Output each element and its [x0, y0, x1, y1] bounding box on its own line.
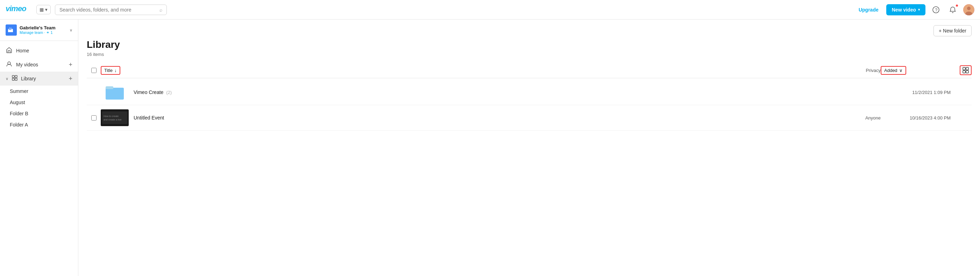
user-avatar[interactable] [963, 4, 974, 15]
sidebar-my-videos-label: My videos [16, 62, 65, 67]
svg-rect-9 [12, 76, 14, 78]
svg-rect-11 [12, 78, 14, 80]
team-info: Gabrielle's Team Manage team · ⚭ 1 [19, 25, 67, 35]
search-bar: ⌕ [55, 5, 167, 15]
svg-rect-15 [963, 71, 965, 73]
team-avatar: 🏔 [6, 24, 17, 36]
added-column-header: Added ∨ [881, 66, 951, 75]
main-content: + New folder Library 16 items Title ↓ [78, 19, 980, 276]
title-sort-icon: ↓ [115, 68, 117, 73]
svg-text:and create a live: and create a live [103, 119, 121, 121]
svg-rect-13 [963, 67, 965, 70]
home-icon [6, 47, 13, 54]
app-container: vimeo ▦ ▾ ⌕ Upgrade New video ▾ ? [0, 0, 980, 276]
team-name: Gabrielle's Team [19, 25, 67, 30]
video-filter-chevron: ▾ [45, 7, 48, 12]
sidebar-folder-b[interactable]: Folder B [0, 108, 78, 119]
grid-view-button[interactable] [960, 65, 972, 75]
sidebar-folder-summer[interactable]: Summer [0, 86, 78, 97]
upgrade-button[interactable]: Upgrade [855, 5, 882, 15]
help-button[interactable]: ? [930, 3, 942, 16]
row-title-vimeo-create[interactable]: Vimeo Create (2) [134, 89, 839, 95]
my-videos-plus-icon[interactable]: + [68, 61, 72, 68]
library-plus-icon[interactable]: + [68, 75, 72, 82]
video-filter-icon: ▦ [40, 7, 44, 12]
svg-text:🏔: 🏔 [8, 27, 13, 33]
privacy-col-label: Privacy [865, 68, 881, 73]
select-all-checkbox[interactable] [91, 68, 97, 73]
row-checkbox-cell-2 [87, 115, 101, 121]
row-added-vimeo-create: 11/2/2021 1:09 PM [881, 90, 951, 95]
sidebar: 🏔 Gabrielle's Team Manage team · ⚭ 1 ∨ [0, 19, 78, 276]
added-col-label: Added [884, 68, 897, 73]
added-sort-chevron: ∨ [899, 68, 903, 73]
team-chevron-icon[interactable]: ∨ [70, 28, 72, 32]
notification-badge [956, 4, 958, 7]
my-videos-icon [6, 61, 13, 68]
svg-text:How to create: How to create [103, 115, 119, 117]
vimeo-logo[interactable]: vimeo [6, 5, 31, 15]
library-icon [11, 75, 18, 82]
folder-thumbnail-vimeo-create [101, 84, 129, 101]
search-icon: ⌕ [159, 7, 162, 13]
main-layout: 🏔 Gabrielle's Team Manage team · ⚭ 1 ∨ [0, 19, 980, 276]
team-meta: Manage team · ⚭ 1 [19, 30, 67, 35]
svg-rect-10 [15, 76, 17, 78]
row-added-untitled-event: 10/16/2023 4:00 PM [881, 115, 951, 121]
sidebar-nav: Home My videos + ∨ [0, 41, 78, 133]
title-column-header: Title ↓ [101, 66, 839, 75]
folder-count: (2) [166, 90, 172, 95]
sidebar-folder-a[interactable]: Folder A [0, 119, 78, 130]
view-toggle-cell [951, 65, 972, 75]
row-title-untitled-event[interactable]: Untitled Event [134, 115, 839, 121]
title-col-label: Title [104, 68, 113, 73]
library-item-count: 16 items [87, 52, 972, 57]
sidebar-item-home[interactable]: Home [0, 44, 78, 58]
sidebar-item-library[interactable]: ∨ Library + [0, 71, 78, 86]
sidebar-library-label: Library [21, 76, 36, 81]
svg-text:vimeo: vimeo [6, 5, 26, 13]
row-privacy-untitled-event: Anyone [839, 115, 881, 121]
svg-text:?: ? [935, 7, 938, 12]
sidebar-home-label: Home [16, 48, 72, 54]
svg-rect-12 [15, 78, 17, 80]
notification-button[interactable] [947, 3, 959, 16]
svg-point-4 [967, 6, 970, 10]
manage-team-link[interactable]: Manage team [19, 30, 43, 35]
svg-rect-16 [966, 71, 969, 73]
svg-rect-18 [106, 86, 113, 89]
video-thumbnail-untitled-event: How to create and create a live [101, 109, 129, 126]
row-checkbox-untitled-event[interactable] [91, 115, 97, 121]
sidebar-folder-august[interactable]: August [0, 97, 78, 108]
team-members: ⚭ 1 [46, 30, 52, 35]
privacy-column-header: Privacy [839, 68, 881, 73]
sidebar-item-my-videos[interactable]: My videos + [0, 58, 78, 71]
svg-rect-17 [106, 88, 124, 100]
library-title: Library [87, 39, 972, 50]
table-row: Vimeo Create (2) 11/2/2021 1:09 PM [87, 80, 972, 105]
header: vimeo ▦ ▾ ⌕ Upgrade New video ▾ ? [0, 0, 980, 19]
search-input[interactable] [59, 7, 157, 13]
title-sort-button[interactable]: Title ↓ [101, 66, 120, 75]
library-chevron-icon: ∨ [6, 76, 8, 81]
video-thumb-inner: How to create and create a live [101, 109, 129, 126]
new-folder-button[interactable]: + New folder [934, 25, 972, 36]
header-checkbox-cell [87, 68, 101, 73]
library-section: Library 16 items Title ↓ Privacy [78, 39, 980, 131]
new-video-label: New video [892, 7, 916, 13]
content-header: + New folder [78, 19, 980, 39]
team-section[interactable]: 🏔 Gabrielle's Team Manage team · ⚭ 1 ∨ [0, 19, 78, 41]
table-row: How to create and create a live Untitled… [87, 105, 972, 131]
video-filter-button[interactable]: ▦ ▾ [37, 5, 51, 14]
svg-rect-20 [102, 111, 127, 124]
added-sort-button[interactable]: Added ∨ [881, 66, 906, 75]
svg-rect-14 [966, 67, 969, 70]
new-video-button[interactable]: New video ▾ [886, 4, 926, 15]
new-video-chevron: ▾ [918, 8, 920, 11]
table-header: Title ↓ Privacy Added ∨ [87, 62, 972, 78]
